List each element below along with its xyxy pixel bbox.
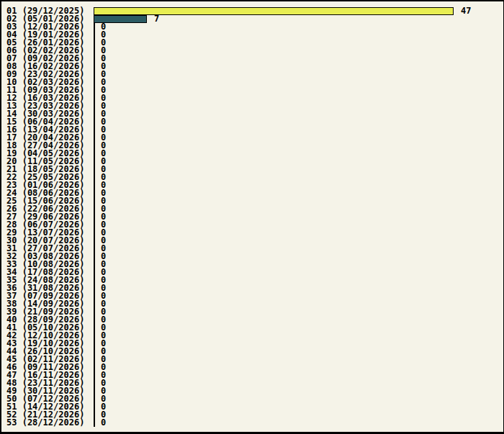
- value-label: 0: [101, 419, 106, 427]
- weekly-bar-chart-canvas: 01 (29/12/2025)4702 (05/01/2026)703 (12/…: [0, 0, 504, 434]
- value-label: 47: [461, 7, 471, 15]
- category-label: 53 (28/12/2026): [6, 419, 84, 427]
- value-label: 7: [154, 15, 159, 23]
- bar: [94, 7, 454, 15]
- chart-plot-area: 01 (29/12/2025)4702 (05/01/2026)703 (12/…: [1, 7, 503, 427]
- chart-row: 53 (28/12/2026)0: [1, 419, 503, 427]
